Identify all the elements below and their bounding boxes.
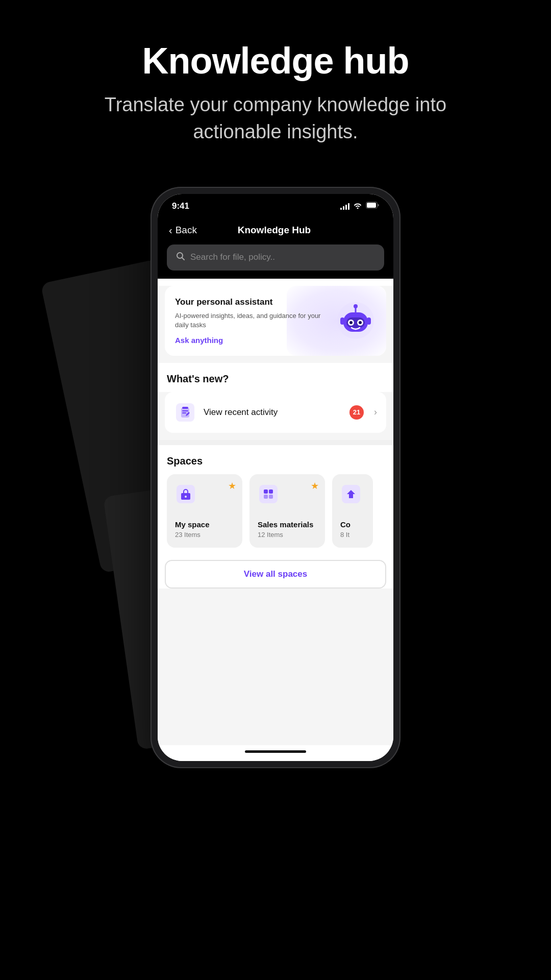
- battery-icon: [366, 202, 379, 210]
- phone-wrapper: 9:41: [151, 187, 400, 768]
- search-icon: [176, 252, 185, 263]
- search-container: Search for file, policy..: [158, 244, 393, 279]
- ai-card[interactable]: Your personal assistant AI-powered insig…: [165, 286, 386, 356]
- svg-rect-12: [340, 317, 344, 325]
- home-indicator: [158, 745, 393, 761]
- svg-rect-1: [367, 203, 376, 208]
- svg-rect-24: [269, 495, 273, 499]
- my-space-items: 23 Items: [175, 531, 234, 538]
- ai-card-description: AI-powered insights, ideas, and guidance…: [175, 311, 327, 330]
- sales-star-icon: ★: [311, 480, 319, 492]
- sales-icon: [258, 483, 279, 505]
- back-button[interactable]: ‹ Back: [169, 225, 197, 236]
- search-placeholder: Search for file, policy..: [190, 252, 275, 262]
- co-icon: [340, 483, 362, 505]
- svg-point-8: [349, 321, 353, 324]
- activity-icon: [176, 403, 194, 422]
- activity-icon-wrap: [174, 401, 196, 424]
- svg-rect-18: [182, 412, 186, 413]
- phone-frame: 9:41: [151, 187, 400, 768]
- svg-rect-20: [259, 485, 278, 503]
- ai-card-text: Your personal assistant AI-powered insig…: [175, 297, 327, 345]
- my-space-icon: [175, 483, 196, 505]
- co-space-items: 8 It: [340, 531, 365, 538]
- my-space-star-icon: ★: [228, 480, 236, 492]
- svg-rect-21: [264, 489, 268, 494]
- activity-chevron-icon: ›: [374, 407, 377, 418]
- ai-robot-icon: [335, 300, 376, 341]
- phone-screen: 9:41: [158, 194, 393, 761]
- svg-rect-22: [269, 489, 273, 494]
- nav-bar: ‹ Back Knowledge Hub: [158, 216, 393, 244]
- space-card-partial[interactable]: Co 8 It: [332, 474, 373, 548]
- svg-rect-23: [264, 495, 268, 499]
- back-chevron-icon: ‹: [169, 225, 172, 236]
- activity-badge: 21: [349, 405, 364, 420]
- home-bar: [245, 750, 306, 753]
- section-divider: [158, 440, 393, 445]
- space-card-my-space[interactable]: ★ My space 23 Items: [167, 474, 242, 548]
- hero-section: Knowledge hub Translate your company kno…: [92, 0, 459, 177]
- activity-label: View recent activity: [204, 407, 342, 418]
- signal-icon: [340, 203, 349, 210]
- hero-title: Knowledge hub: [92, 41, 459, 81]
- space-card-sales[interactable]: ★ Sales materials 12 Items: [249, 474, 325, 548]
- sales-name: Sales materials: [258, 520, 317, 529]
- wifi-icon: [354, 202, 362, 210]
- whats-new-header: What's new?: [158, 363, 393, 392]
- spaces-section: Spaces ★ My space: [158, 445, 393, 589]
- svg-rect-13: [367, 317, 371, 325]
- my-space-name: My space: [175, 520, 234, 529]
- svg-point-11: [354, 304, 358, 308]
- back-label: Back: [176, 225, 197, 236]
- spaces-header: Spaces: [158, 445, 393, 474]
- svg-rect-16: [182, 407, 188, 409]
- content-area: Your personal assistant AI-powered insig…: [158, 286, 393, 745]
- nav-title: Knowledge Hub: [202, 225, 346, 236]
- co-space-name: Co: [340, 520, 365, 529]
- ai-card-title: Your personal assistant: [175, 297, 327, 307]
- notch: [240, 194, 311, 210]
- hero-subtitle: Translate your company knowledge into ac…: [92, 91, 459, 145]
- svg-rect-17: [182, 410, 188, 411]
- search-bar[interactable]: Search for file, policy..: [167, 244, 384, 271]
- activity-card[interactable]: View recent activity 21 ›: [165, 392, 386, 433]
- status-icons: [340, 202, 379, 210]
- ai-ask-link[interactable]: Ask anything: [175, 336, 327, 345]
- sales-items: 12 Items: [258, 531, 317, 538]
- spaces-scroll: ★ My space 23 Items: [158, 474, 393, 557]
- status-time: 9:41: [172, 201, 189, 211]
- view-all-spaces-button[interactable]: View all spaces: [165, 560, 386, 589]
- svg-point-9: [359, 321, 362, 324]
